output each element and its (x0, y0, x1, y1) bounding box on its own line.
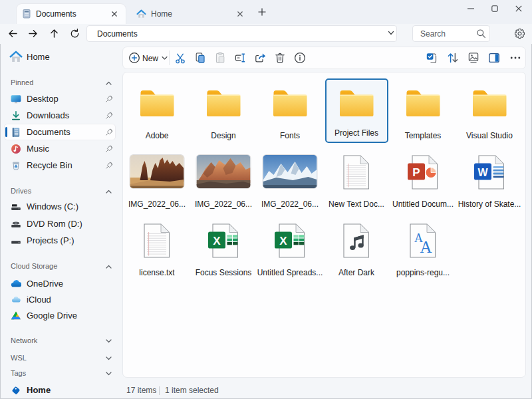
svg-text:W: W (477, 167, 488, 178)
svg-text:P: P (412, 166, 420, 179)
svg-text:A: A (420, 238, 432, 256)
